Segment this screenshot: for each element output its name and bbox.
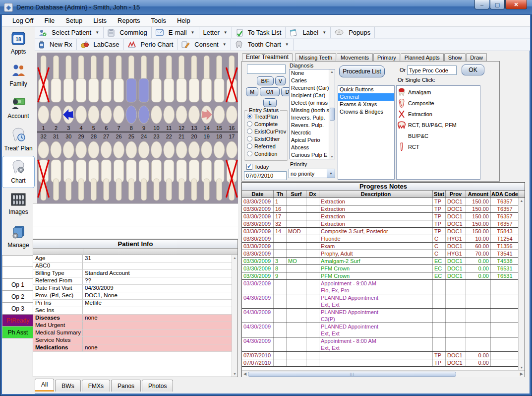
patient-info-row-medical-summary[interactable]: Medical Summary: [33, 330, 237, 337]
image-tab-panos[interactable]: Panos: [111, 380, 141, 392]
tooth-number-input[interactable]: [247, 65, 286, 74]
radio-icon[interactable]: [247, 129, 252, 134]
entry-status-existcurprov[interactable]: ExistCurProv: [244, 128, 288, 135]
progress-note-row[interactable]: 03/30/20098PFM CrownECDOC10.00T6531: [242, 265, 525, 272]
diagnosis-item-carious-pulp-e[interactable]: Carious Pulp E: [290, 151, 329, 159]
progress-vscrollbar[interactable]: ▲▼: [518, 198, 525, 370]
toolbar-button-label[interactable]: Label▼: [286, 27, 331, 38]
toolbar-button-new-rx[interactable]: New Rx: [35, 39, 77, 50]
sidebar-item-manage[interactable]: Manage: [2, 220, 35, 253]
progress-note-row[interactable]: 04/30/2009PLANNED AppointmentExt, Ext: [242, 294, 525, 309]
progress-note-row[interactable]: 03/30/200932ExtractionTPDOC1150.00T6357: [242, 220, 525, 228]
single-click-amalgam[interactable]: Amalgam: [397, 87, 480, 98]
entry-status-existother[interactable]: ExistOther: [244, 135, 288, 142]
progress-note-row[interactable]: 04/30/2009PLANNED AppointmentExt, Ext: [242, 323, 525, 337]
operatory-cell-op-3[interactable]: Op 3: [2, 303, 34, 315]
progress-note-row[interactable]: 03/30/2009ExamCDOC160.00T1356: [242, 243, 525, 250]
single-click-extraction[interactable]: Extraction: [397, 109, 480, 120]
maximize-button[interactable]: ▢: [490, 0, 505, 9]
sidebar-item-treat-plan[interactable]: Treat' Plan: [2, 124, 35, 156]
priority-dropdown[interactable]: no priority ▼: [289, 169, 335, 178]
chevron-down-icon[interactable]: ▼: [327, 169, 335, 178]
surface-button-b-f[interactable]: B/F: [257, 76, 274, 85]
progress-note-row[interactable]: 04/30/2009PLANNED AppointmentC3(P): [242, 309, 525, 323]
tab-show[interactable]: Show: [444, 53, 466, 61]
sidebar-item-images[interactable]: Images: [2, 188, 35, 220]
image-tab-fmxs[interactable]: FMXs: [82, 380, 110, 392]
progress-note-row[interactable]: 03/30/2009Prophy, AdultCHYG170.00T3541: [242, 250, 525, 258]
image-tab-bws[interactable]: BWs: [55, 380, 80, 392]
tab-primary[interactable]: Primary: [373, 53, 400, 61]
single-click-rct-bu-p-c-pfm[interactable]: RCT, BU/P&C, PFM: [397, 120, 480, 131]
chevron-down-icon[interactable]: ▼: [285, 42, 289, 47]
scroll-up-icon[interactable]: ▲: [520, 199, 524, 202]
patient-info-row-service-notes[interactable]: Service Notes: [33, 337, 237, 344]
image-tab-photos[interactable]: Photos: [142, 380, 173, 392]
today-checkbox[interactable]: Today: [244, 163, 269, 170]
menu-item-setup[interactable]: Setup: [60, 15, 88, 26]
hscroll-thumb[interactable]: |||: [248, 372, 456, 377]
menu-item-file[interactable]: File: [39, 15, 60, 26]
progress-note-row[interactable]: 04/30/2009Appointment - 8:00 AMExt, Ext: [242, 337, 525, 352]
operatory-cell-op-1[interactable]: Op 1: [2, 279, 34, 291]
toolbar-button-select-patient[interactable]: Select Patient▼: [35, 27, 104, 38]
progress-note-row[interactable]: 03/30/200916ExtractionTPDOC1150.00T6357: [242, 205, 525, 213]
date-input[interactable]: 07/07/2010: [244, 171, 287, 180]
entry-status-complete[interactable]: Complete: [244, 120, 288, 128]
close-button[interactable]: ✕: [505, 0, 527, 9]
progress-note-row[interactable]: 03/30/20091ExtractionTPDOC1150.00T6357: [242, 198, 525, 205]
single-click-list[interactable]: AmalgamCompositeExtractionRCT, BU/P&C, P…: [396, 85, 480, 180]
patient-info-row-med-urgent[interactable]: Med Urgent: [33, 322, 237, 330]
diagnosis-item-caries[interactable]: Caries: [290, 77, 329, 84]
toolbar-button-commlog[interactable]: Commlog: [104, 27, 152, 38]
single-click-rct[interactable]: RCT: [397, 141, 480, 152]
surface-button-o-i[interactable]: O/I: [260, 87, 280, 96]
patient-info-row-diseases[interactable]: Diseasesnone: [33, 315, 237, 322]
tab-movements[interactable]: Movements: [337, 53, 373, 61]
diagnosis-item-none[interactable]: None: [290, 69, 329, 77]
tab-enter-treatment[interactable]: Enter Treatment: [242, 53, 293, 61]
progress-note-row[interactable]: 03/30/2009FluorideCHYG110.00T1254: [242, 235, 525, 243]
patient-info-row-referred-from[interactable]: Referred From??: [33, 277, 237, 285]
radio-icon[interactable]: [247, 143, 252, 149]
toolbar-button-e-mail[interactable]: E-mail▼: [152, 27, 199, 38]
toolbar-button-letter[interactable]: Letter▼: [199, 27, 232, 38]
menu-item-help[interactable]: Help: [172, 15, 196, 26]
sidebar-item-account[interactable]: Account: [2, 91, 35, 124]
patient-info-scrollbar[interactable]: ▲▼: [232, 255, 237, 377]
progress-hscrollbar[interactable]: ◀ ||| ▶: [242, 370, 525, 377]
progress-note-row[interactable]: 03/30/2009Appointment - 9:00 AMFlo, Ex, …: [242, 280, 525, 294]
column-header-stat[interactable]: Stat: [433, 191, 446, 198]
diagnosis-item-incipient-car[interactable]: Incipient (Car): [290, 92, 329, 99]
menu-item-lists[interactable]: Lists: [88, 15, 112, 26]
operatory-cell-op-2[interactable]: Op 2: [2, 291, 34, 303]
chevron-down-icon[interactable]: ▼: [223, 42, 227, 47]
patient-info-row-medications[interactable]: Medicationsnone: [33, 344, 237, 352]
column-header-description[interactable]: Description: [319, 191, 433, 198]
surface-button-v[interactable]: V: [275, 76, 286, 85]
checkbox-icon[interactable]: [246, 164, 252, 170]
scroll-up-icon[interactable]: ▲: [233, 256, 236, 260]
toolbar-button-perio-chart[interactable]: Perio Chart: [124, 39, 178, 50]
tab-missing-teeth[interactable]: Missing Teeth: [295, 53, 336, 61]
entry-status-referred[interactable]: Referred: [244, 142, 288, 150]
column-header-date[interactable]: Date: [242, 191, 274, 198]
tooth-chart[interactable]: 1322313304295286277268259241023112212211…: [37, 53, 238, 203]
diagnosis-item-necrotic[interactable]: Necrotic: [290, 129, 329, 136]
procedure-list-button[interactable]: Procedure List: [339, 66, 385, 77]
diagnosis-item-revers-pulp[interactable]: Revers. Pulp.: [290, 122, 329, 129]
scroll-right-icon[interactable]: ▶: [520, 372, 523, 376]
image-tab-all[interactable]: All: [35, 379, 54, 392]
category-item-crowns-bridges[interactable]: Crowns & Bridges: [338, 108, 394, 116]
progress-note-row[interactable]: 03/30/200914MODComposite-3 Surf, Posteri…: [242, 228, 525, 235]
radio-icon[interactable]: [247, 121, 252, 127]
single-click-bu-p-c[interactable]: BU/P&C: [397, 131, 480, 141]
operatory-cell-empty[interactable]: [2, 267, 34, 279]
patient-info-row-prov-pri-sec[interactable]: Prov. (Pri, Sec)DOC1, None: [33, 292, 237, 300]
patient-info-row-age[interactable]: Age31: [33, 255, 237, 263]
procedure-category-list[interactable]: Quick ButtonsGeneralExams & XraysCrowns …: [338, 85, 395, 180]
toolbar-button-to-task-list[interactable]: To Task List: [232, 27, 286, 38]
status-cell-ptready[interactable]: PtReady: [2, 315, 34, 327]
entry-status-treatplan[interactable]: TreatPlan: [244, 113, 288, 120]
diagnosis-item-apical-perio[interactable]: Apical Perio: [290, 136, 329, 144]
